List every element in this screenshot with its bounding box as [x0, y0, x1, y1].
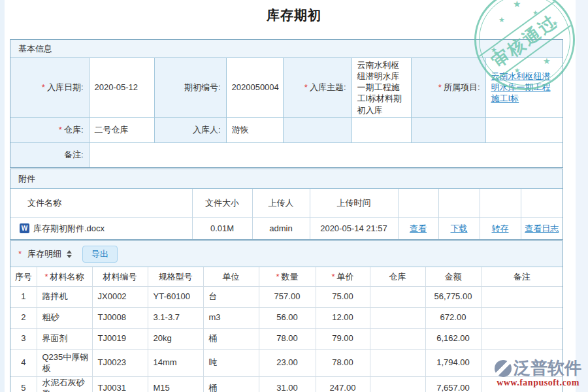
basic-info-section: 基本信息 *入库日期: 2020-05-12 期初编号: 2020050004 …	[10, 39, 563, 168]
cell-amount: 56,775.00	[425, 287, 481, 308]
field-value-warehouse: 二号仓库	[89, 117, 154, 142]
cell-unit: m3	[203, 308, 259, 329]
cell-note	[481, 308, 563, 329]
table-row: 4 Q235中厚钢板 TJ0023 14mm 吨 23.00 78.00 1,7…	[10, 350, 563, 377]
project-link[interactable]: 云南水利枢纽潜明水库一期工程施工I标	[491, 71, 551, 103]
view-link[interactable]: 查看	[410, 223, 427, 233]
cell-material-name: Q235中厚钢板	[37, 350, 92, 377]
cell-unit-price: 12.00	[316, 308, 370, 329]
attachment-action-cell: 下载	[438, 218, 480, 240]
cell-note	[481, 329, 563, 350]
col-header-material-code: 材料编号	[92, 267, 148, 287]
transfer-link[interactable]: 转存	[492, 223, 509, 233]
inventory-detail-header: * 库存明细 导出	[10, 241, 563, 267]
cell-seq: 4	[10, 350, 37, 377]
col-header-empty	[438, 189, 480, 218]
attachments-section-title: 附件	[18, 173, 35, 185]
table-row: 3 界面剂 TJ0019 20kg 桶 78.00 79.00 6,162.00	[10, 329, 563, 350]
cell-quantity: 23.00	[259, 350, 316, 377]
field-value-project: 云南水利枢纽潜明水库一期工程施工I标	[485, 58, 563, 117]
field-label-remark: 备注:	[10, 142, 89, 167]
fanpu-logo-icon	[495, 360, 512, 377]
cell-amount: 6,162.00	[425, 329, 481, 350]
attachment-row: W 库存期初附件.docx 0.01M admin 2020-05-14 21:…	[10, 218, 563, 240]
empty-label-cell	[283, 117, 351, 142]
col-header-uploader: 上传人	[252, 189, 310, 218]
download-link[interactable]: 下载	[451, 223, 468, 233]
attachment-file-cell: W 库存期初附件.docx	[10, 218, 192, 240]
cell-spec-model: M15	[148, 377, 203, 392]
field-value-storage-subject: 云南水利枢纽潜明水库一期工程施工I标材料期初入库	[351, 58, 411, 117]
cell-material-name: 界面剂	[37, 329, 92, 350]
detail-header-row: 序号 *材料名称 材料编号 规格型号 单位 *数量 *单价 仓库 金额 备注	[10, 267, 563, 287]
sort-icon[interactable]	[67, 250, 72, 258]
cell-material-name: 水泥石灰砂浆	[37, 377, 92, 392]
field-label-storage-date: *入库日期:	[10, 58, 89, 117]
cell-warehouse	[370, 350, 425, 377]
basic-info-row: *入库日期: 2020-05-12 期初编号: 2020050004 *入库主题…	[10, 58, 563, 117]
cell-unit: 桶	[203, 329, 259, 350]
cell-note	[481, 287, 563, 308]
attachments-section: 附件 文件名称 文件大小 上传人 上传时间 W 库存期初附件.docx 0.01…	[10, 169, 563, 240]
col-header-unit: 单位	[203, 267, 259, 287]
attachments-section-header: 附件	[10, 169, 563, 189]
export-button[interactable]: 导出	[82, 246, 118, 263]
empty-label-cell	[411, 117, 485, 142]
cell-amount: 1,794.00	[425, 350, 481, 377]
cell-warehouse	[370, 287, 425, 308]
col-header-quantity: *数量	[259, 267, 316, 287]
col-header-file-name: 文件名称	[10, 189, 192, 218]
field-label-storage-person: 入库人:	[154, 117, 226, 142]
cell-unit-price: 75.00	[316, 287, 370, 308]
field-label-storage-subject: *入库主题:	[283, 58, 351, 117]
cell-spec-model: 20kg	[148, 329, 203, 350]
cell-spec-model: YT-60100	[148, 287, 203, 308]
col-header-empty	[480, 189, 521, 218]
view-log-link[interactable]: 查看日志	[525, 223, 559, 233]
attachments-table: 文件名称 文件大小 上传人 上传时间 W 库存期初附件.docx 0.01M a…	[10, 189, 563, 239]
required-marker: *	[304, 82, 308, 92]
field-value-storage-date: 2020-05-12	[89, 58, 154, 117]
cell-spec-model: 3.1-3.7	[148, 308, 203, 329]
col-header-spec-model: 规格型号	[148, 267, 203, 287]
col-header-note: 备注	[481, 267, 563, 287]
col-header-warehouse: 仓库	[370, 267, 425, 287]
cell-quantity: 757.00	[259, 287, 316, 308]
cell-unit-price: 247.00	[316, 377, 370, 392]
cell-seq: 2	[10, 308, 37, 329]
attachment-file-name: 库存期初附件.docx	[33, 223, 105, 235]
required-marker: *	[59, 125, 62, 135]
cell-material-code: TJ0023	[92, 350, 148, 377]
table-row: 2 粗砂 TJ0008 3.1-3.7 m3 56.00 12.00 672.0…	[10, 308, 563, 329]
attachments-header-row: 文件名称 文件大小 上传人 上传时间	[10, 189, 563, 218]
attachment-action-cell: 查看日志	[521, 218, 563, 240]
cell-amount: 672.00	[425, 308, 481, 329]
col-header-empty	[521, 189, 563, 218]
basic-info-row: *仓库: 二号仓库 入库人: 游恢	[10, 117, 563, 142]
basic-info-row: 备注:	[10, 142, 563, 167]
cell-unit: 台	[203, 287, 259, 308]
attachment-action-cell: 转存	[480, 218, 521, 240]
page-title: 库存期初	[0, 7, 588, 24]
col-header-seq: 序号	[10, 267, 37, 287]
col-header-material-name: *材料名称	[37, 267, 92, 287]
page-left-margin	[0, 0, 5, 392]
cell-material-name: 粗砂	[37, 308, 92, 329]
cell-warehouse	[370, 329, 425, 350]
table-row: 5 水泥石灰砂浆 TJ0031 M15 桶 31.00 247.00 7,657…	[10, 377, 563, 392]
cell-quantity: 56.00	[259, 308, 316, 329]
cell-material-name: 路拌机	[37, 287, 92, 308]
cell-unit-price: 79.00	[316, 329, 370, 350]
cell-amount: 7,657.00	[425, 377, 481, 392]
cell-material-code: TJ0031	[92, 377, 148, 392]
required-marker: *	[44, 272, 48, 282]
brand-watermark: 泛普软件 www.fanpusoft.com	[495, 357, 581, 388]
cell-material-code: TJ0008	[92, 308, 148, 329]
brand-url: www.fanpusoft.com	[495, 378, 581, 388]
cell-unit: 吨	[203, 350, 259, 377]
col-header-upload-time: 上传时间	[310, 189, 398, 218]
cell-warehouse	[370, 377, 425, 392]
field-label-opening-number: 期初编号:	[154, 58, 226, 117]
cell-quantity: 31.00	[259, 377, 316, 392]
attachment-action-cell: 查看	[398, 218, 438, 240]
